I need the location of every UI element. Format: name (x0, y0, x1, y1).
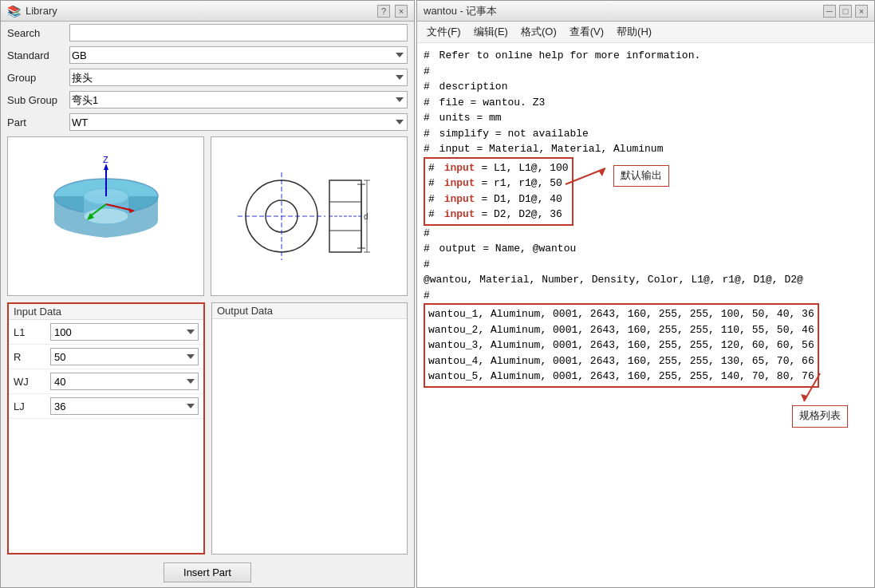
param-lj-select[interactable]: 36 (50, 397, 199, 415)
group-row: Group 接头 (1, 66, 414, 89)
data-row-3: wantou_3, Aluminum, 0001, 2643, 160, 255… (428, 337, 814, 353)
param-l1-label: L1 (14, 326, 45, 338)
arrow-spec-svg (788, 373, 852, 405)
svg-text:Z: Z (103, 155, 108, 164)
code-line-10: # input = D1, D1@, 40 (428, 191, 569, 207)
input-data-box: Input Data L1 100 R 50 WJ 40 LJ 36 (7, 302, 205, 554)
close-button[interactable]: × (395, 5, 408, 18)
code-line-11: # input = D2, D2@, 36 (428, 207, 569, 223)
standard-row: Standard GB (1, 44, 414, 66)
param-r-select[interactable]: 50 (50, 348, 199, 365)
notepad-content[interactable]: # Refer to online help for more informat… (417, 43, 874, 587)
code-line-13: # output = Name, @wantou (424, 241, 868, 257)
data-table-box: wantou_1, Aluminum, 0001, 2643, 160, 255… (424, 303, 819, 388)
param-wj-select[interactable]: 40 (50, 373, 199, 390)
help-button[interactable]: ? (377, 5, 390, 18)
code-line-16: # (424, 288, 868, 304)
code-line-14: # (424, 257, 868, 273)
data-row-1: wantou_1, Aluminum, 0001, 2643, 160, 255… (428, 306, 814, 322)
arrow-default-svg (566, 160, 613, 192)
search-input[interactable] (69, 24, 408, 41)
svg-marker-4 (104, 164, 108, 170)
titlebar-buttons: ? × (377, 5, 408, 18)
code-line-3: # description (424, 79, 868, 95)
data-row-5: wantou_5, Aluminum, 0001, 2643, 160, 255… (428, 369, 814, 385)
part-select[interactable]: WT (69, 113, 408, 131)
code-line-6: # simplify = not available (424, 126, 868, 142)
input-data-title: Input Data (9, 304, 203, 320)
search-label: Search (7, 27, 63, 39)
notepad-controls: ─ □ × (823, 5, 868, 18)
annotation-default-label: 默认输出 (613, 165, 669, 187)
menu-edit[interactable]: 编辑(E) (467, 23, 514, 41)
menu-file[interactable]: 文件(F) (420, 23, 467, 41)
param-row-l1: L1 100 (9, 320, 203, 345)
notepad-title: wantou - 记事本 (424, 4, 497, 18)
washer-3d-svg: Z (42, 152, 170, 280)
notepad-titlebar: wantou - 记事本 ─ □ × (417, 1, 874, 22)
input-box: # input = L1, L1@, 100 # input = r1, r1@… (424, 157, 573, 226)
output-data-title: Output Data (212, 303, 407, 319)
subgroup-select[interactable]: 弯头1 (69, 91, 408, 109)
search-row: Search (1, 22, 414, 44)
subgroup-label: Sub Group (7, 94, 63, 106)
code-line-8: # input = L1, L1@, 100 (428, 160, 569, 176)
param-row-lj: LJ 36 (9, 394, 203, 419)
code-line-4: # file = wantou. Z3 (424, 95, 868, 111)
notepad-close[interactable]: × (855, 5, 868, 18)
code-line-2: # (424, 64, 868, 80)
notepad-menubar: 文件(F) 编辑(E) 格式(O) 查看(V) 帮助(H) (417, 22, 874, 43)
data-row-4: wantou_4, Aluminum, 0001, 2643, 160, 255… (428, 353, 814, 369)
param-r-label: R (14, 351, 45, 363)
menu-format[interactable]: 格式(O) (514, 23, 563, 41)
notepad-minimize[interactable]: ─ (823, 5, 836, 18)
notepad-maximize[interactable]: □ (839, 5, 852, 18)
library-titlebar: 📚 Library ? × (1, 1, 414, 22)
code-line-7: # input = Material, Material, Aluminum (424, 141, 868, 157)
param-lj-label: LJ (14, 401, 45, 412)
washer-2d-svg: d (238, 152, 381, 280)
svg-text:d: d (364, 212, 369, 221)
code-line-5: # units = mm (424, 110, 868, 126)
annotation-default: 默认输出 (566, 160, 669, 192)
preview-3d: Z (7, 136, 204, 296)
preview-2d: d (211, 136, 408, 296)
preview-area: Z d (7, 136, 408, 296)
subgroup-row: Sub Group 弯头1 (1, 89, 414, 111)
library-icon: 📚 (7, 5, 21, 18)
code-line-1: # Refer to online help for more informat… (424, 48, 868, 64)
data-row-2: wantou_2, Aluminum, 0001, 2643, 160, 255… (428, 322, 814, 338)
part-row: Part WT (1, 111, 414, 133)
standard-select[interactable]: GB (69, 46, 408, 64)
param-row-wj: WJ 40 (9, 369, 203, 394)
output-data-box: Output Data (211, 302, 408, 554)
group-label: Group (7, 72, 63, 84)
notepad-panel: wantou - 记事本 ─ □ × 文件(F) 编辑(E) 格式(O) 查看(… (416, 0, 875, 588)
svg-line-25 (566, 168, 605, 184)
code-line-9: # input = r1, r1@, 50 (428, 176, 569, 191)
code-line-15: @wantou, Material, Number, Density, Colo… (424, 272, 868, 288)
param-l1-select[interactable]: 100 (50, 323, 199, 341)
param-row-r: R 50 (9, 345, 203, 369)
annotation-spec-label: 规格列表 (792, 405, 848, 428)
data-table-container: wantou_1, Aluminum, 0001, 2643, 160, 255… (424, 303, 868, 388)
group-select[interactable]: 接头 (69, 69, 408, 86)
code-line-12: # (424, 226, 868, 242)
library-title: Library (26, 5, 57, 17)
insert-part-button[interactable]: Insert Part (164, 562, 251, 582)
annotation-spec: 规格列表 (788, 373, 852, 428)
data-section: Input Data L1 100 R 50 WJ 40 LJ 36 Outpu… (7, 302, 408, 554)
menu-help[interactable]: 帮助(H) (610, 23, 658, 41)
param-wj-label: WJ (14, 376, 45, 388)
part-label: Part (7, 116, 63, 128)
input-highlight-block: # input = L1, L1@, 100 # input = r1, r1@… (424, 157, 573, 226)
menu-view[interactable]: 查看(V) (563, 23, 610, 41)
standard-label: Standard (7, 49, 63, 61)
library-panel: 📚 Library ? × Search Standard GB Group 接… (0, 0, 415, 588)
